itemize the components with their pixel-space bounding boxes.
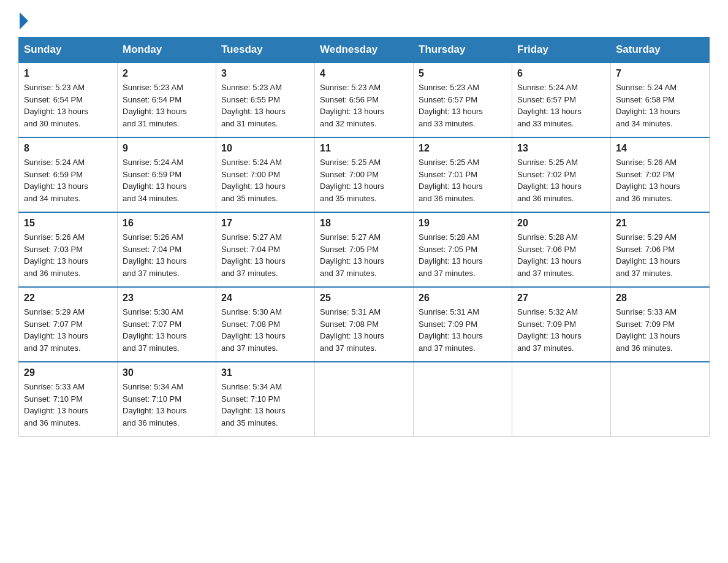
day-number: 12: [419, 143, 507, 154]
calendar-week-row: 22 Sunrise: 5:29 AMSunset: 7:07 PMDaylig…: [19, 287, 710, 362]
header-sunday: Sunday: [19, 37, 118, 63]
calendar-cell: 19 Sunrise: 5:28 AMSunset: 7:05 PMDaylig…: [414, 212, 512, 287]
day-info: Sunrise: 5:24 AMSunset: 6:58 PMDaylight:…: [616, 83, 680, 128]
day-number: 10: [221, 143, 309, 154]
day-number: 26: [419, 293, 507, 304]
calendar-cell: 23 Sunrise: 5:30 AMSunset: 7:07 PMDaylig…: [118, 287, 216, 362]
calendar-cell: 29 Sunrise: 5:33 AMSunset: 7:10 PMDaylig…: [19, 362, 118, 437]
day-info: Sunrise: 5:27 AMSunset: 7:04 PMDaylight:…: [221, 232, 286, 278]
day-number: 19: [419, 218, 507, 229]
calendar-cell: 14 Sunrise: 5:26 AMSunset: 7:02 PMDaylig…: [611, 137, 710, 212]
day-number: 1: [24, 68, 112, 79]
calendar-cell: 21 Sunrise: 5:29 AMSunset: 7:06 PMDaylig…: [611, 212, 710, 287]
day-number: 18: [320, 218, 408, 229]
day-info: Sunrise: 5:25 AMSunset: 7:00 PMDaylight:…: [320, 158, 384, 203]
calendar-cell: 22 Sunrise: 5:29 AMSunset: 7:07 PMDaylig…: [19, 287, 118, 362]
calendar-cell: [611, 362, 710, 437]
day-number: 4: [320, 68, 408, 79]
day-number: 20: [517, 218, 605, 229]
day-number: 6: [517, 68, 605, 79]
calendar-cell: 27 Sunrise: 5:32 AMSunset: 7:09 PMDaylig…: [512, 287, 611, 362]
day-number: 21: [616, 218, 704, 229]
calendar-week-row: 29 Sunrise: 5:33 AMSunset: 7:10 PMDaylig…: [19, 362, 710, 437]
day-info: Sunrise: 5:26 AMSunset: 7:03 PMDaylight:…: [24, 232, 88, 278]
calendar-week-row: 1 Sunrise: 5:23 AMSunset: 6:54 PMDayligh…: [19, 63, 710, 137]
day-info: Sunrise: 5:31 AMSunset: 7:08 PMDaylight:…: [320, 307, 384, 353]
calendar-cell: 5 Sunrise: 5:23 AMSunset: 6:57 PMDayligh…: [414, 63, 512, 137]
header-thursday: Thursday: [414, 37, 512, 63]
calendar-cell: 24 Sunrise: 5:30 AMSunset: 7:08 PMDaylig…: [216, 287, 315, 362]
day-info: Sunrise: 5:32 AMSunset: 7:09 PMDaylight:…: [517, 307, 582, 353]
day-info: Sunrise: 5:34 AMSunset: 7:10 PMDaylight:…: [123, 382, 187, 427]
day-number: 3: [221, 68, 309, 79]
day-info: Sunrise: 5:24 AMSunset: 6:57 PMDaylight:…: [517, 83, 582, 128]
calendar-cell: 15 Sunrise: 5:26 AMSunset: 7:03 PMDaylig…: [19, 212, 118, 287]
page-header: [18, 12, 710, 26]
day-number: 9: [123, 143, 211, 154]
header-saturday: Saturday: [611, 37, 710, 63]
day-info: Sunrise: 5:30 AMSunset: 7:08 PMDaylight:…: [221, 307, 286, 353]
calendar-cell: 1 Sunrise: 5:23 AMSunset: 6:54 PMDayligh…: [19, 63, 118, 137]
logo-arrow-icon: [20, 12, 28, 29]
day-info: Sunrise: 5:25 AMSunset: 7:02 PMDaylight:…: [517, 158, 582, 203]
calendar-cell: 10 Sunrise: 5:24 AMSunset: 7:00 PMDaylig…: [216, 137, 315, 212]
calendar-cell: 25 Sunrise: 5:31 AMSunset: 7:08 PMDaylig…: [315, 287, 414, 362]
day-info: Sunrise: 5:27 AMSunset: 7:05 PMDaylight:…: [320, 232, 384, 278]
day-info: Sunrise: 5:23 AMSunset: 6:54 PMDaylight:…: [24, 83, 88, 128]
calendar-cell: [315, 362, 414, 437]
calendar-cell: 9 Sunrise: 5:24 AMSunset: 6:59 PMDayligh…: [118, 137, 216, 212]
day-number: 31: [221, 367, 309, 378]
day-number: 17: [221, 218, 309, 229]
calendar-cell: 18 Sunrise: 5:27 AMSunset: 7:05 PMDaylig…: [315, 212, 414, 287]
day-info: Sunrise: 5:30 AMSunset: 7:07 PMDaylight:…: [123, 307, 187, 353]
calendar-header-row: SundayMondayTuesdayWednesdayThursdayFrid…: [19, 37, 710, 63]
day-info: Sunrise: 5:31 AMSunset: 7:09 PMDaylight:…: [419, 307, 483, 353]
day-number: 29: [24, 367, 112, 378]
calendar-cell: 20 Sunrise: 5:28 AMSunset: 7:06 PMDaylig…: [512, 212, 611, 287]
day-number: 30: [123, 367, 211, 378]
day-info: Sunrise: 5:34 AMSunset: 7:10 PMDaylight:…: [221, 382, 286, 427]
day-number: 13: [517, 143, 605, 154]
calendar-cell: 2 Sunrise: 5:23 AMSunset: 6:54 PMDayligh…: [118, 63, 216, 137]
day-number: 24: [221, 293, 309, 304]
header-tuesday: Tuesday: [216, 37, 315, 63]
calendar-cell: 3 Sunrise: 5:23 AMSunset: 6:55 PMDayligh…: [216, 63, 315, 137]
day-info: Sunrise: 5:28 AMSunset: 7:06 PMDaylight:…: [517, 232, 582, 278]
calendar-cell: 16 Sunrise: 5:26 AMSunset: 7:04 PMDaylig…: [118, 212, 216, 287]
calendar-week-row: 15 Sunrise: 5:26 AMSunset: 7:03 PMDaylig…: [19, 212, 710, 287]
calendar-cell: 28 Sunrise: 5:33 AMSunset: 7:09 PMDaylig…: [611, 287, 710, 362]
day-number: 2: [123, 68, 211, 79]
calendar-cell: [414, 362, 512, 437]
day-info: Sunrise: 5:28 AMSunset: 7:05 PMDaylight:…: [419, 232, 483, 278]
header-friday: Friday: [512, 37, 611, 63]
day-number: 14: [616, 143, 704, 154]
calendar-cell: 13 Sunrise: 5:25 AMSunset: 7:02 PMDaylig…: [512, 137, 611, 212]
header-monday: Monday: [118, 37, 216, 63]
calendar-cell: 11 Sunrise: 5:25 AMSunset: 7:00 PMDaylig…: [315, 137, 414, 212]
day-number: 22: [24, 293, 112, 304]
day-number: 23: [123, 293, 211, 304]
day-info: Sunrise: 5:23 AMSunset: 6:55 PMDaylight:…: [221, 83, 286, 128]
day-info: Sunrise: 5:26 AMSunset: 7:02 PMDaylight:…: [616, 158, 680, 203]
calendar-cell: 31 Sunrise: 5:34 AMSunset: 7:10 PMDaylig…: [216, 362, 315, 437]
calendar-cell: 8 Sunrise: 5:24 AMSunset: 6:59 PMDayligh…: [19, 137, 118, 212]
day-number: 16: [123, 218, 211, 229]
calendar-table: SundayMondayTuesdayWednesdayThursdayFrid…: [18, 37, 710, 437]
day-info: Sunrise: 5:23 AMSunset: 6:57 PMDaylight:…: [419, 83, 483, 128]
day-number: 28: [616, 293, 704, 304]
calendar-cell: 17 Sunrise: 5:27 AMSunset: 7:04 PMDaylig…: [216, 212, 315, 287]
day-info: Sunrise: 5:33 AMSunset: 7:10 PMDaylight:…: [24, 382, 88, 427]
calendar-week-row: 8 Sunrise: 5:24 AMSunset: 6:59 PMDayligh…: [19, 137, 710, 212]
calendar-cell: 12 Sunrise: 5:25 AMSunset: 7:01 PMDaylig…: [414, 137, 512, 212]
day-info: Sunrise: 5:24 AMSunset: 7:00 PMDaylight:…: [221, 158, 286, 203]
day-info: Sunrise: 5:33 AMSunset: 7:09 PMDaylight:…: [616, 307, 680, 353]
calendar-cell: [512, 362, 611, 437]
logo: [18, 12, 29, 26]
day-info: Sunrise: 5:25 AMSunset: 7:01 PMDaylight:…: [419, 158, 483, 203]
day-info: Sunrise: 5:24 AMSunset: 6:59 PMDaylight:…: [123, 158, 187, 203]
day-number: 27: [517, 293, 605, 304]
calendar-cell: 26 Sunrise: 5:31 AMSunset: 7:09 PMDaylig…: [414, 287, 512, 362]
logo-text: [18, 12, 29, 29]
day-info: Sunrise: 5:23 AMSunset: 6:56 PMDaylight:…: [320, 83, 384, 128]
day-number: 8: [24, 143, 112, 154]
